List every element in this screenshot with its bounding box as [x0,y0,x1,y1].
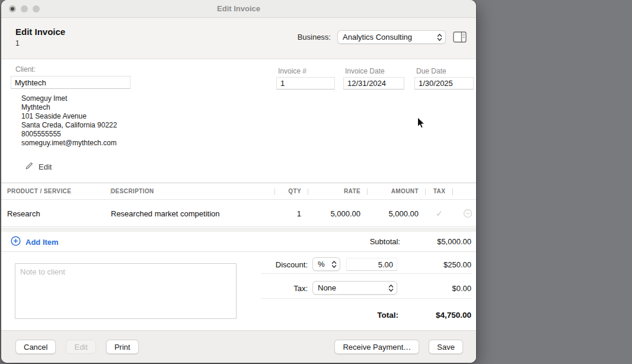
line-item-row[interactable]: Research Researched market competition 1… [1,200,476,227]
line-item-description[interactable]: Researched market competition [111,209,275,218]
business-label: Business: [298,33,331,41]
plus-circle-icon [11,236,21,248]
client-address-line: someguy.imet@mythtech.com [21,139,117,148]
invoice-number-input[interactable] [276,77,335,90]
tax-select[interactable]: None [312,281,397,295]
client-label: Client: [15,65,36,74]
zoom-window-icon[interactable] [33,5,40,12]
add-item-label: Add Item [25,238,59,247]
discount-label: Discount: [276,260,308,269]
close-window-icon[interactable] [9,5,16,12]
section-divider-band [1,228,476,232]
chevron-up-down-icon [437,33,442,41]
subtotal-row: Add Item Subtotal: $5,000.00 [1,232,476,252]
due-date-label: Due Date [416,67,446,75]
invoice-date-input[interactable] [343,77,404,90]
page-title: Edit Invoice [15,27,65,37]
column-header-product: PRODUCT / SERVICE [7,183,111,199]
line-items-header: PRODUCT / SERVICE DESCRIPTION QTY RATE A… [1,183,476,200]
window-title: Edit Invoice [217,4,260,13]
client-address-line: Santa Creda, California 90222 [21,121,117,130]
remove-row-icon[interactable] [453,209,473,218]
client-address-line: Mythtech [21,103,117,112]
invoice-number-label: Invoice # [278,67,307,75]
client-section: Client: Someguy Imet Mythtech 101 Seasid… [1,60,476,183]
pencil-icon [25,161,34,172]
client-name-input[interactable] [11,76,130,89]
business-select[interactable]: Analytics Consulting [337,30,446,44]
column-header-tax: TAX [426,183,453,199]
column-header-description: DESCRIPTION [111,183,275,199]
line-item-amount[interactable]: 5,000.00 [368,209,426,218]
toggle-sidebar-icon[interactable] [452,31,467,43]
invoice-number-subtitle: 1 [15,39,20,47]
line-item-qty[interactable]: 1 [275,209,308,218]
client-address-line: Someguy Imet [21,94,117,103]
window-titlebar: Edit Invoice [1,0,476,18]
client-address-line: 8005555555 [21,130,117,139]
divider [261,273,473,274]
client-address: Someguy Imet Mythtech 101 Seaside Avenue… [21,94,117,148]
client-address-line: 101 Seaside Avenue [21,112,117,121]
discount-unit-select[interactable]: % [312,257,340,271]
due-date-input[interactable] [414,77,474,90]
tax-value: $0.00 [452,284,471,293]
chevron-up-down-icon [331,260,337,269]
edit-invoice-window: Edit Invoice Edit Invoice 1 Business: An… [1,0,476,363]
discount-value: $250.00 [443,260,471,269]
cancel-button[interactable]: Cancel [15,340,56,354]
subtotal-label: Subtotal: [370,237,400,246]
invoice-date-label: Invoice Date [345,67,385,75]
save-button[interactable]: Save [429,340,463,354]
line-item-rate[interactable]: 5,000.00 [308,209,368,218]
divider [261,298,473,299]
subtotal-value: $5,000.00 [437,237,471,246]
edit-client-label: Edit [39,162,52,171]
column-header-amount: AMOUNT [368,183,426,199]
discount-amount-input[interactable] [346,258,397,271]
line-item-product[interactable]: Research [7,209,111,218]
totals-section: Discount: % $250.00 Tax: None $0.00 Tota… [1,253,476,330]
column-header-rate: RATE [308,183,368,199]
edit-client-button[interactable]: Edit [25,161,52,172]
total-value: $4,750.00 [436,311,471,320]
edit-button: Edit [66,340,95,354]
chevron-up-down-icon [388,284,394,292]
add-item-button[interactable]: Add Item [11,236,59,248]
tax-label: Tax: [293,284,308,293]
tax-selected-value: None [313,283,388,292]
invoice-header-band: Edit Invoice 1 Business: Analytics Consu… [1,18,476,59]
note-to-client-textarea[interactable] [15,263,237,319]
column-header-qty: QTY [275,183,308,199]
traffic-lights [9,5,40,12]
discount-unit-value: % [313,260,331,269]
footer-bar: Cancel Edit Print Receive Payment… Save [1,330,476,363]
total-label: Total: [377,311,398,320]
print-button[interactable]: Print [106,340,139,354]
receive-payment-button[interactable]: Receive Payment… [334,340,419,354]
tax-checked-icon[interactable]: ✓ [426,209,453,218]
business-selected-value: Analytics Consulting [338,33,437,41]
minimize-window-icon[interactable] [21,5,28,12]
